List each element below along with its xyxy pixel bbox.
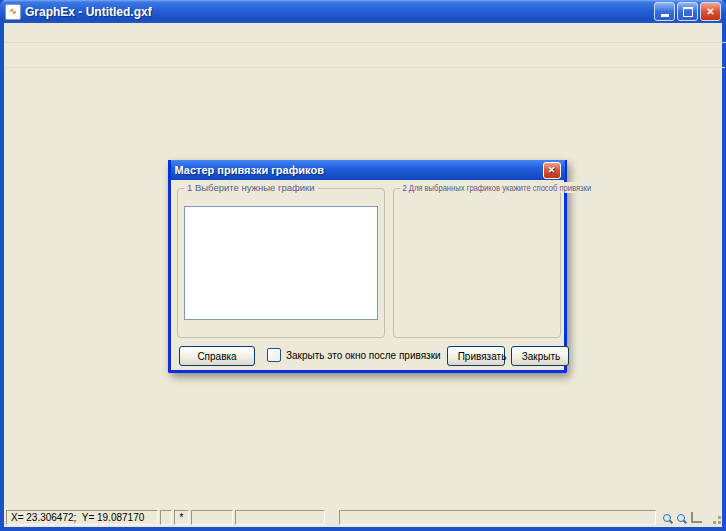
maximize-icon: [683, 7, 693, 17]
auto-zoom-y-icon[interactable]: [677, 514, 685, 522]
close-button[interactable]: ✕: [700, 2, 721, 21]
group-bind-method: 2 Для выбранных графиков укажите способ …: [393, 188, 561, 338]
menu-bar: [4, 23, 726, 43]
app-icon: ∿: [5, 4, 21, 20]
status-flag: *: [174, 510, 189, 525]
toolbar: [4, 42, 725, 68]
cursor-coordinates: X= 23.306472; Y= 19.087170: [6, 510, 158, 525]
status-tools: [658, 510, 707, 525]
maximize-button[interactable]: [677, 2, 698, 21]
auto-zoom-x-icon[interactable]: [663, 514, 671, 522]
title-bar: ∿ GraphEx - Untitled.gxf ✕: [0, 0, 726, 23]
dialog-title: Мастер привязки графиков: [175, 164, 324, 176]
window-controls: ✕: [654, 2, 721, 21]
graph-list[interactable]: [184, 206, 378, 320]
status-bar: X= 23.306472; Y= 19.087170 *: [4, 508, 722, 527]
status-cell: [235, 510, 325, 525]
axes-corner-icon[interactable]: [691, 512, 702, 523]
app-window: ∿ GraphEx - Untitled.gxf ✕ Мастер привяз…: [0, 0, 726, 531]
group1-legend: 1 Выберите нужные графики: [184, 182, 318, 193]
status-cell: [339, 510, 656, 525]
bind-button[interactable]: Привязать: [447, 346, 505, 366]
dialog-title-bar[interactable]: Мастер привязки графиков ✕: [171, 160, 565, 180]
bind-wizard-dialog: Мастер привязки графиков ✕ 1 Выберите ну…: [168, 160, 567, 373]
status-cell: [160, 510, 172, 525]
minimize-button[interactable]: [654, 2, 675, 21]
window-title: GraphEx - Untitled.gxf: [25, 5, 152, 19]
close-after-checkbox[interactable]: [267, 348, 281, 362]
dialog-close-icon[interactable]: ✕: [543, 162, 561, 179]
minimize-icon: [661, 14, 669, 17]
dialog-footer: Справка Закрыть это окно после привязки …: [171, 346, 564, 366]
status-cell: [191, 510, 233, 525]
resize-grip[interactable]: [709, 512, 722, 525]
help-button[interactable]: Справка: [179, 346, 255, 366]
group2-legend: 2 Для выбранных графиков укажите способ …: [400, 182, 594, 193]
series-swatch-strip: [327, 510, 337, 525]
close-after-option[interactable]: Закрыть это окно после привязки: [267, 348, 441, 362]
group-select-graphs: 1 Выберите нужные графики: [177, 188, 385, 338]
close-after-label: Закрыть это окно после привязки: [286, 350, 441, 361]
dialog-close-action-button[interactable]: Закрыть: [511, 346, 569, 366]
dialog-body: 1 Выберите нужные графики 2 Для выбранны…: [171, 180, 564, 370]
